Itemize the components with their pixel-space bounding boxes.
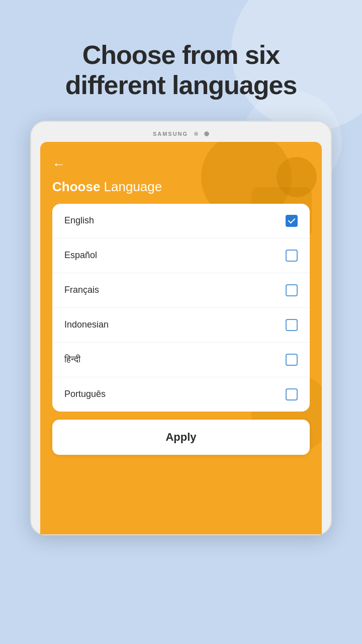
language-checkbox[interactable] [286, 354, 298, 366]
language-checkbox[interactable] [286, 284, 298, 296]
back-arrow-icon: ← [52, 157, 65, 171]
tablet-dot1 [194, 132, 198, 136]
screen-title: Choose Language [52, 179, 310, 195]
language-name: Português [64, 389, 106, 399]
back-button[interactable]: ← [52, 156, 68, 172]
language-name: English [64, 215, 94, 226]
language-item[interactable]: English [52, 204, 310, 238]
language-item[interactable]: Français [52, 273, 310, 308]
language-checkbox[interactable] [286, 250, 298, 262]
tablet-camera [204, 131, 209, 136]
language-item[interactable]: Português [52, 377, 310, 412]
screen-title-light: Language [100, 179, 162, 194]
apply-button-label: Apply [165, 431, 196, 443]
screen-content: ← Choose Language EnglishEspañolFrançais… [40, 142, 322, 467]
language-name: Français [64, 285, 99, 295]
language-name: Español [64, 250, 97, 261]
language-name: हिन्दी [64, 354, 80, 365]
tablet-mockup: SAMSUNG ← Choose Language [30, 121, 332, 535]
language-checkbox[interactable] [286, 319, 298, 331]
page-title: Choose from six different languages [65, 40, 297, 101]
language-item[interactable]: Indonesian [52, 308, 310, 343]
apply-button[interactable]: Apply [52, 420, 310, 455]
language-list-card: EnglishEspañolFrançaisIndonesianहिन्दीPo… [52, 204, 310, 412]
brand-label: SAMSUNG [153, 131, 188, 137]
page-heading: Choose from six different languages [35, 40, 327, 101]
tablet-top-bar: SAMSUNG [40, 131, 322, 137]
language-item[interactable]: हिन्दी [52, 343, 310, 377]
language-checkbox[interactable] [286, 215, 298, 227]
language-name: Indonesian [64, 319, 109, 330]
language-item[interactable]: Español [52, 238, 310, 273]
tablet-screen: ← Choose Language EnglishEspañolFrançais… [40, 142, 322, 534]
tablet-frame: SAMSUNG ← Choose Language [30, 121, 332, 535]
language-checkbox[interactable] [286, 388, 298, 400]
screen-title-bold: Choose [52, 179, 100, 194]
